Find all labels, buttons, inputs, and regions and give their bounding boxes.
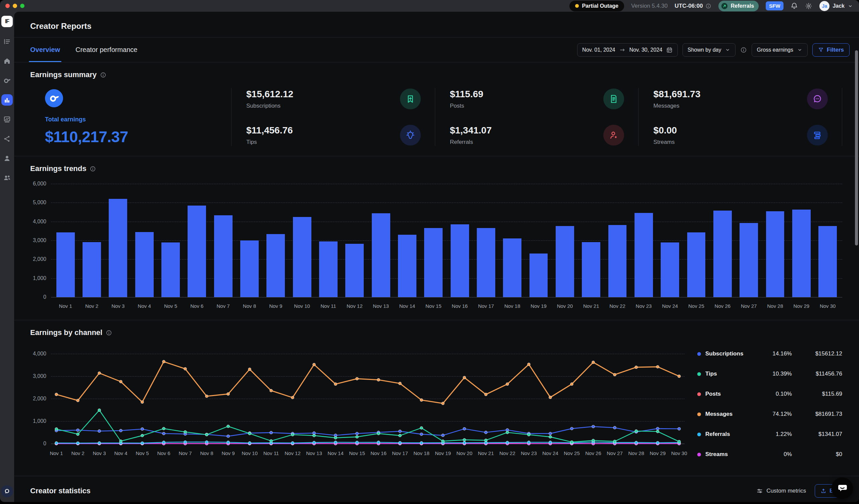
metric-label: Subscriptions (246, 103, 293, 109)
legend-row-streams[interactable]: Streams0%$0 (697, 444, 842, 464)
status-pill[interactable]: Partial Outage (569, 1, 624, 11)
x-axis-tick: Nov 9 (222, 450, 235, 456)
x-axis-tick: Nov 18 (413, 450, 430, 456)
point-subscriptions (162, 432, 165, 435)
x-axis-tick: Nov 16 (371, 450, 387, 456)
notifications-bell-icon[interactable] (790, 2, 798, 10)
sidebar-item-share[interactable] (1, 133, 13, 144)
maximize-window-button[interactable] (20, 4, 25, 8)
earnings-summary-section: Earnings summary Total earnings $110,217… (14, 62, 859, 156)
x-axis-tick: Nov 20 (456, 450, 472, 456)
point-subscriptions (613, 426, 616, 429)
sidebar-item-home[interactable] (1, 55, 13, 67)
point-referrals (463, 441, 466, 444)
total-earnings-value: $110,217.37 (45, 128, 218, 146)
bar-nov-11 (319, 241, 337, 297)
close-window-button[interactable] (5, 4, 10, 8)
x-axis-tick: Nov 5 (157, 303, 183, 311)
x-axis-tick: Nov 15 (349, 450, 365, 456)
legend-row-tips[interactable]: Tips10.39%$11456.76 (697, 364, 842, 384)
point-messages (635, 366, 637, 368)
chat-widget-button[interactable] (831, 477, 853, 499)
custom-metrics-button[interactable]: Custom metrics (756, 488, 806, 494)
legend-row-referrals[interactable]: Referrals1.22%$1341.07 (697, 424, 842, 444)
sfw-toggle[interactable]: SFW (766, 1, 784, 11)
sidebar-item-analytics[interactable] (1, 114, 13, 125)
legend-value: $11456.76 (792, 371, 842, 377)
arrow-right-icon (619, 47, 626, 53)
legend-row-subscriptions[interactable]: Subscriptions14.16%$15612.12 (697, 344, 842, 364)
scrollbar-thumb[interactable] (855, 50, 858, 246)
settings-gear-icon[interactable] (805, 2, 812, 10)
date-end: Nov. 30, 2024 (630, 47, 662, 53)
bar-nov-16 (451, 224, 469, 297)
version-label: Version 5.4.30 (631, 3, 668, 10)
point-referrals (205, 441, 208, 443)
minimize-window-button[interactable] (13, 4, 17, 8)
bar-nov-20 (556, 226, 574, 297)
x-axis-tick: Nov 20 (552, 303, 578, 311)
legend-label: Posts (705, 391, 721, 397)
point-subscriptions (463, 427, 466, 430)
point-tips (592, 439, 594, 442)
sidebar-item-list[interactable] (1, 36, 13, 47)
point-messages (270, 389, 272, 392)
legend-label: Tips (705, 371, 717, 377)
support-button[interactable] (1, 485, 13, 497)
app-logo[interactable]: IF (1, 16, 13, 27)
y-axis-tick: 4,000 (33, 219, 46, 225)
point-tips (420, 427, 423, 429)
referrals-pill[interactable]: Referrals (719, 1, 759, 11)
info-icon[interactable] (100, 72, 106, 78)
point-messages (441, 402, 444, 405)
y-axis-tick: 4,000 (33, 351, 46, 357)
info-icon[interactable] (705, 3, 711, 9)
x-axis-tick: Nov 24 (657, 303, 683, 311)
bar-nov-28 (766, 211, 784, 297)
filters-button[interactable]: Filters (812, 43, 849, 57)
legend-row-messages[interactable]: Messages74.12%$81691.73 (697, 404, 842, 424)
date-range-picker[interactable]: Nov. 01, 2024 Nov. 30, 2024 (577, 43, 678, 57)
lightbulb-icon (400, 125, 421, 145)
info-icon[interactable] (90, 166, 96, 172)
point-referrals (227, 441, 229, 444)
bar-nov-5 (161, 242, 180, 297)
metric-label: Messages (653, 103, 700, 109)
earnings-type-select[interactable]: Gross earnings (752, 43, 808, 57)
x-axis-tick: Nov 2 (78, 303, 105, 311)
bar-nov-21 (582, 242, 600, 297)
bar-nov-17 (477, 228, 495, 297)
info-icon[interactable] (740, 47, 747, 53)
x-axis-tick: Nov 30 (815, 303, 841, 311)
info-icon[interactable] (106, 330, 112, 336)
sliders-icon (756, 488, 763, 494)
tab-overview[interactable]: Overview (30, 37, 60, 62)
bar-slot (815, 184, 841, 297)
x-axis-tick: Nov 14 (394, 303, 420, 311)
person-icon (3, 154, 11, 162)
x-axis-tick: Nov 26 (585, 450, 601, 456)
metric-value: $11,456.76 (246, 125, 293, 136)
point-referrals (248, 442, 251, 444)
legend-percent: 10.39% (755, 371, 792, 377)
tab-creator-performance[interactable]: Creator performance (75, 37, 138, 62)
legend-row-posts[interactable]: Posts0.10%$115.69 (697, 384, 842, 404)
point-tips (613, 440, 616, 443)
user-menu[interactable]: Ja Jack (819, 1, 853, 11)
sidebar-item-team[interactable] (1, 172, 13, 184)
metric-value: $0.00 (653, 125, 677, 136)
point-subscriptions (592, 425, 594, 428)
onlyfans-logo-icon (45, 89, 63, 107)
sidebar-item-reports[interactable] (1, 94, 13, 106)
people-icon (3, 174, 11, 182)
earnings-trends-section: Earnings trends 01,0002,0003,0004,0005,0… (14, 156, 859, 320)
sidebar-item-onlyfans[interactable] (1, 75, 13, 86)
metric-tips: $11,456.76Tips (246, 125, 421, 145)
point-subscriptions (227, 435, 229, 438)
group-by-select[interactable]: Shown by day (682, 43, 736, 57)
x-axis-tick: Nov 24 (542, 450, 558, 456)
list-icon (3, 37, 11, 46)
bar-slot (762, 184, 788, 297)
sidebar-item-account[interactable] (1, 153, 13, 164)
earnings-trends-chart: 01,0002,0003,0004,0005,0006,000 (51, 182, 842, 299)
